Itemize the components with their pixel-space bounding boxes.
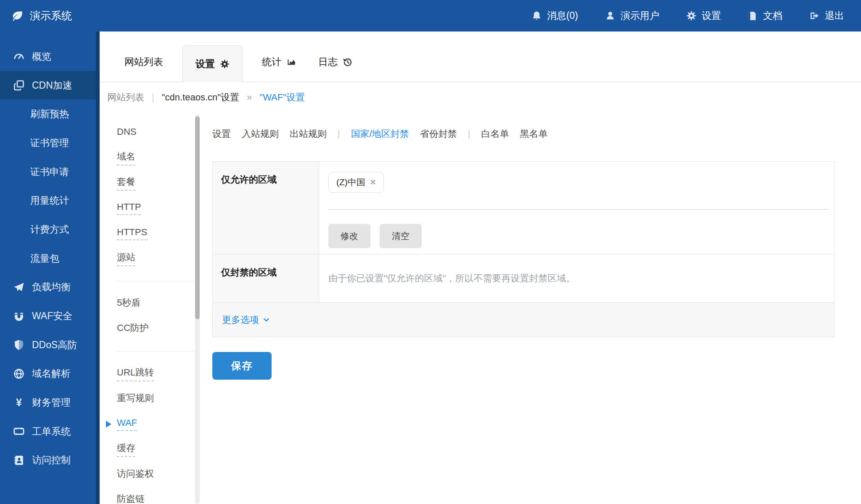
globe-icon [13,368,25,380]
topbar-item-messages[interactable]: 消息(0) [531,9,578,22]
sidebar-item-cdn[interactable]: CDN加速 [0,71,96,100]
topbar-item-docs[interactable]: 文档 [748,9,782,22]
topbar-item-label: 设置 [702,9,721,22]
dashboard-icon [13,50,25,62]
ticket-icon [13,425,25,437]
subnav-divider [117,351,193,352]
breadcrumb-chevron: » [247,92,252,103]
scrollbar-track[interactable] [195,114,200,504]
modify-button[interactable]: 修改 [328,224,370,248]
subnav-item-http[interactable]: HTTP [117,196,202,221]
sidebar: 概览 CDN加速 刷新预热 证书管理 证书申请 用量统计 计费方式 流量包 负载… [0,32,100,504]
tab-settings[interactable]: 设置 [182,45,243,82]
subnav-item-url-redirect[interactable]: URL跳转 [117,361,202,386]
region-input-underline [328,209,828,210]
leaf-icon [11,10,24,22]
gear-icon [686,10,697,21]
more-options-row: 更多选项 [213,302,834,337]
chevron-down-icon [262,316,270,324]
paper-plane-icon [13,281,25,293]
subnav-item-hotlink-protect[interactable]: 防盗链 [117,487,202,504]
waf-nav-blacklist[interactable]: 黑名单 [520,128,548,140]
logout-icon [809,10,820,21]
denied-region-field: 由于你已设置"仅允许的区域"，所以不需要再设置封禁区域。 [319,255,834,302]
site-tabs: 网站列表 设置 统计 日志 [100,32,861,82]
topbar-item-label: 消息(0) [547,9,578,22]
user-icon [605,10,615,21]
tag-close-icon[interactable]: × [370,177,376,188]
gear-icon [220,59,230,69]
tab-logs[interactable]: 日志 [307,55,364,82]
waf-nav-country-block[interactable]: 国家/地区封禁 [351,128,409,140]
subnav-item-https[interactable]: HTTPS [117,221,202,246]
tab-label: 日志 [318,55,338,68]
sidebar-item-label: 证书管理 [30,136,69,150]
clear-button[interactable]: 清空 [380,224,422,248]
subnav-item-domain[interactable]: 域名 [117,145,202,171]
sidebar-item-tickets[interactable]: 工单系统 [0,417,96,446]
topbar-item-settings[interactable]: 设置 [686,9,721,22]
breadcrumb: 网站列表 | "cdn.teaos.cn"设置 » "WAF"设置 [100,82,861,113]
subnav-item-origin[interactable]: 源站 [117,246,202,271]
yen-icon: ¥ [13,396,25,409]
denied-region-label: 仅封禁的区域 [213,255,319,302]
subnav-item-5s-shield[interactable]: 5秒盾 [117,291,202,316]
region-block-form: 仅允许的区域 (Z)中国 × 修改 清空 仅封禁的区域 由于你已设置"仅允许的区… [212,161,835,337]
subnav-item-access-auth[interactable]: 访问鉴权 [117,462,202,487]
sidebar-item-dns-resolve[interactable]: 域名解析 [0,360,96,388]
breadcrumb-waf-settings[interactable]: "WAF"设置 [259,91,305,104]
waf-nav-inbound-rules[interactable]: 入站规则 [242,128,279,140]
sidebar-item-billing[interactable]: 计费方式 [0,215,96,244]
waf-nav-separator: | [338,129,340,139]
subnav-item-waf[interactable]: WAF [117,412,202,437]
breadcrumb-site-settings[interactable]: "cdn.teaos.cn"设置 [162,91,239,104]
waf-nav-province-block[interactable]: 省份封禁 [420,128,457,140]
sidebar-item-cert-manage[interactable]: 证书管理 [0,129,96,158]
sidebar-item-traffic-pack[interactable]: 流量包 [0,244,96,273]
allowed-region-label: 仅允许的区域 [213,162,319,255]
save-button[interactable]: 保存 [212,352,272,380]
waf-nav-settings[interactable]: 设置 [212,128,231,140]
subnav-item-rewrite-rules[interactable]: 重写规则 [117,386,202,412]
subnav-item-cc-protect[interactable]: CC防护 [117,316,202,341]
sidebar-item-waf-security[interactable]: WAF安全 [0,302,96,331]
tab-site-list[interactable]: 网站列表 [114,55,174,82]
waf-nav-whitelist[interactable]: 白名单 [481,128,509,140]
sidebar-item-load-balance[interactable]: 负载均衡 [0,273,96,302]
bell-icon [531,10,542,21]
sidebar-item-label: 计费方式 [30,223,69,236]
topbar-item-logout[interactable]: 退出 [809,9,844,22]
sidebar-item-access-control[interactable]: 访问控制 [0,446,96,475]
sidebar-item-refresh-preheat[interactable]: 刷新预热 [0,100,96,129]
subnav-item-cache[interactable]: 缓存 [117,437,202,462]
subnav-divider [117,281,193,281]
sidebar-item-cert-apply[interactable]: 证书申请 [0,158,96,186]
subnav-item-plan[interactable]: 套餐 [117,171,202,196]
sidebar-item-usage-stats[interactable]: 用量统计 [0,186,96,215]
sidebar-item-overview[interactable]: 概览 [0,42,96,71]
denied-region-placeholder: 由于你已设置"仅允许的区域"，所以不需要再设置封禁区域。 [328,272,576,285]
subnav-item-dns[interactable]: DNS [117,120,202,145]
history-icon [343,57,353,67]
waf-nav-separator: | [468,129,470,139]
scrollbar-thumb[interactable] [195,116,200,319]
sidebar-item-finance[interactable]: ¥ 财务管理 [0,388,96,417]
sidebar-item-label: DDoS高防 [32,339,77,352]
breadcrumb-site-list[interactable]: 网站列表 [107,91,144,104]
topbar: 演示系统 消息(0) 演示用户 设置 文档 [0,0,861,32]
waf-nav: 设置 入站规则 出站规则 | 国家/地区封禁 省份封禁 | 白名单 黑名单 [212,128,835,140]
more-options-link[interactable]: 更多选项 [222,314,270,326]
magnet-icon [13,310,25,322]
region-tag-china[interactable]: (Z)中国 × [328,172,384,193]
allowed-region-field: (Z)中国 × 修改 清空 [319,162,834,255]
breadcrumb-separator: | [152,92,154,103]
topbar-item-user[interactable]: 演示用户 [605,9,659,22]
waf-nav-outbound-rules[interactable]: 出站规则 [290,128,327,140]
sidebar-item-ddos[interactable]: DDoS高防 [0,331,96,360]
tab-statistics[interactable]: 统计 [251,55,307,82]
sidebar-item-label: 流量包 [30,252,59,265]
sidebar-item-label: 负载均衡 [32,281,71,294]
sidebar-item-label: 访问控制 [32,454,71,467]
tab-label: 网站列表 [124,55,163,68]
brand[interactable]: 演示系统 [0,9,72,23]
